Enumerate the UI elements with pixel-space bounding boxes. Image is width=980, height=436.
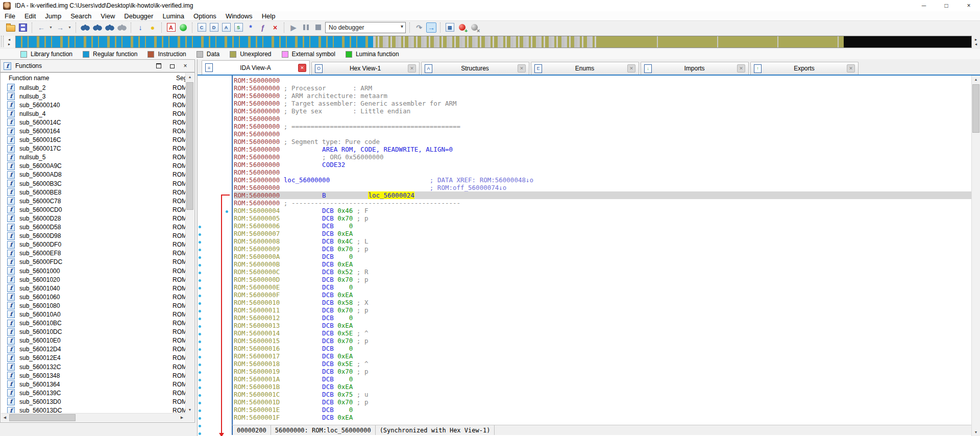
menu-edit[interactable]: Edit — [20, 11, 40, 20]
highlight-icon[interactable]: ● — [148, 22, 158, 33]
listing-line[interactable]: ROM:5600000B DCB 0xEA — [234, 260, 972, 268]
lumina-icon[interactable] — [178, 22, 188, 33]
band-segment-gray-olive[interactable] — [373, 36, 598, 47]
debugger-select[interactable]: No debugger — [325, 22, 406, 33]
listing-line[interactable]: ROM:56000000 ; ORG 0x56000000 — [234, 153, 972, 161]
listing-line[interactable]: ROM:56000016 DCB 0 — [234, 345, 972, 352]
listing-line[interactable]: ROM:5600001B DCB 0xEA — [234, 383, 972, 391]
disassembly-listing[interactable]: ROM:56000000ROM:56000000 ; Processor : A… — [232, 76, 972, 425]
scroll-up-icon[interactable]: ▲ — [186, 73, 194, 81]
listing-line[interactable]: ROM:56000009 DCB 0x70 ; p — [234, 245, 972, 253]
scroll-up-icon[interactable]: ▲ — [972, 76, 980, 83]
functions-column-headers[interactable]: Function name Seg — [1, 73, 194, 83]
menu-jump[interactable]: Jump — [40, 11, 66, 20]
function-row[interactable]: fsub_56001364ROM — [1, 380, 187, 389]
function-row[interactable]: fsub_5600016CROM — [1, 136, 187, 144]
listing-line[interactable]: ROM:56000012 DCB 0 — [234, 314, 972, 322]
drag-handle-icon[interactable] — [1, 36, 4, 47]
function-row[interactable]: fsub_560012D4ROM — [1, 345, 187, 354]
listing-line[interactable]: ROM:56000000 ; Processor : ARM — [234, 84, 972, 92]
listing-line[interactable]: ROM:56000000 ; =========================… — [234, 123, 972, 130]
listing-line[interactable]: ROM:56000007 DCB 0xEA — [234, 230, 972, 237]
function-row[interactable]: fsub_5600014CROM — [1, 118, 187, 127]
function-row[interactable]: fsub_56000B3CROM — [1, 179, 187, 188]
tab-imports[interactable]: ↓Imports✕ — [641, 62, 749, 75]
make-array-icon[interactable]: * — [246, 22, 256, 33]
listing-line[interactable]: ROM:5600001A DCB 0 — [234, 375, 972, 383]
navigate-back-icon[interactable]: ← — [36, 22, 46, 33]
function-row[interactable]: fsub_560010A0ROM — [1, 310, 187, 319]
listing-line[interactable]: ROM:56000011 DCB 0x70 ; p — [234, 306, 972, 314]
listing-line[interactable]: ROM:56000000 ; Segment type: Pure code — [234, 138, 972, 146]
make-struct-icon[interactable]: S — [233, 22, 243, 33]
scroll-left-icon[interactable]: ◀ — [1, 414, 9, 422]
function-row[interactable]: fnullsub_4ROM — [1, 109, 187, 118]
listing-line[interactable]: ROM:56000000 ; ARM architecture: metaarm — [234, 92, 972, 100]
listing-line[interactable]: ROM:56000010 DCB 0x58 ; X — [234, 299, 972, 306]
close-button[interactable]: × — [958, 0, 980, 11]
function-row[interactable]: fsub_56001080ROM — [1, 301, 187, 310]
menu-options[interactable]: Options — [189, 11, 221, 20]
search-again-icon[interactable] — [117, 22, 127, 33]
listing-line[interactable]: ROM:5600001D DCB 0x70 ; p — [234, 398, 972, 406]
band-scroll-left[interactable]: ◂▸ — [5, 36, 14, 47]
listing-line[interactable]: ROM:56000000 CODE32 — [234, 161, 972, 168]
edit-function-icon[interactable]: ƒ — [258, 22, 268, 33]
scrollbar-thumb[interactable] — [972, 84, 979, 133]
listing-line[interactable]: ROM:5600001E DCB 0 — [234, 406, 972, 414]
listing-line[interactable]: ROM:56000013 DCB 0xEA — [234, 322, 972, 329]
function-row[interactable]: fnullsub_3ROM — [1, 92, 187, 101]
listing-line[interactable]: ROM:56000000 ; Target assembler: Generic… — [234, 100, 972, 107]
debugger-stop-icon[interactable] — [313, 22, 323, 33]
scroll-down-icon[interactable]: ▼ — [972, 428, 980, 436]
scrollbar-thumb[interactable] — [9, 414, 76, 421]
band-segment-black[interactable] — [844, 36, 971, 47]
tab-structures[interactable]: AStructures✕ — [421, 62, 529, 75]
add-breakpoint-icon[interactable] — [457, 22, 467, 33]
function-row[interactable]: fsub_56000140ROM — [1, 101, 187, 109]
function-row[interactable]: fsub_560013D0ROM — [1, 397, 187, 406]
scrollbar-thumb[interactable] — [186, 82, 193, 210]
jump-binary-search-icon[interactable] — [105, 22, 115, 33]
function-row[interactable]: fsub_56000A9CROM — [1, 162, 187, 171]
menu-view[interactable]: View — [96, 11, 119, 20]
delete-function-icon[interactable]: × — [270, 22, 280, 33]
function-row[interactable]: fsub_56001000ROM — [1, 267, 187, 275]
listing-line[interactable]: ROM:5600001F DCB 0xEA — [234, 414, 972, 421]
function-row[interactable]: fsub_56000CD0ROM — [1, 205, 187, 214]
panel-close-button[interactable]: × — [182, 63, 188, 69]
function-row[interactable]: fsub_5600139CROM — [1, 389, 187, 397]
function-row[interactable]: fsub_56000AD8ROM — [1, 171, 187, 179]
tab-hex-view-1[interactable]: OHex View-1✕ — [311, 62, 420, 75]
function-row[interactable]: fsub_56000EF8ROM — [1, 249, 187, 258]
listing-vertical-scrollbar[interactable]: ▲ ▼ — [971, 76, 980, 436]
listing-line[interactable]: ROM:56000000 — [234, 168, 972, 176]
make-code-icon[interactable]: C — [197, 22, 207, 33]
tab-close-icon[interactable]: ✕ — [518, 64, 526, 72]
function-row[interactable]: fsub_560010DCROM — [1, 328, 187, 336]
listing-line[interactable]: ROM:56000005 DCB 0x70 ; p — [234, 214, 972, 222]
listing-line[interactable]: ROM:5600000D DCB 0x70 ; p — [234, 276, 972, 283]
make-data-icon[interactable]: D — [209, 22, 219, 33]
listing-line[interactable]: ROM:56000018 DCB 0x5E ; ^ — [234, 360, 972, 368]
listing-line[interactable]: ROM:56000000 ; -------------------------… — [234, 199, 972, 207]
window-list-icon[interactable]: ▤ — [445, 22, 455, 33]
function-row[interactable]: fsub_5600132CROM — [1, 362, 187, 371]
functions-horizontal-scrollbar[interactable]: ◀ ▶ — [1, 413, 186, 422]
function-row[interactable]: fsub_56000164ROM — [1, 127, 187, 135]
navigate-forward-icon[interactable]: ▾ — [67, 22, 72, 33]
function-row[interactable]: fsub_560012E4ROM — [1, 354, 187, 362]
function-row[interactable]: fsub_56001060ROM — [1, 293, 187, 301]
make-ascii-icon[interactable]: A — [221, 22, 231, 33]
navigation-band[interactable] — [15, 36, 972, 48]
menu-windows[interactable]: Windows — [221, 11, 257, 20]
listing-line[interactable]: ROM:56000000 loc_56000000 ; DATA XREF: R… — [234, 176, 972, 184]
listing-line[interactable]: ROM:5600000E DCB 0 — [234, 283, 972, 291]
function-row[interactable]: fsub_5600017CROM — [1, 144, 187, 153]
tab-close-icon[interactable]: ✕ — [408, 64, 416, 72]
navigate-back-icon[interactable]: ▾ — [48, 22, 53, 33]
debugger-pause-icon[interactable] — [301, 22, 311, 33]
navigate-forward-icon[interactable]: → — [55, 22, 65, 33]
function-row[interactable]: fsub_56000D58ROM — [1, 223, 187, 232]
function-row[interactable]: fsub_56000D98ROM — [1, 232, 187, 240]
